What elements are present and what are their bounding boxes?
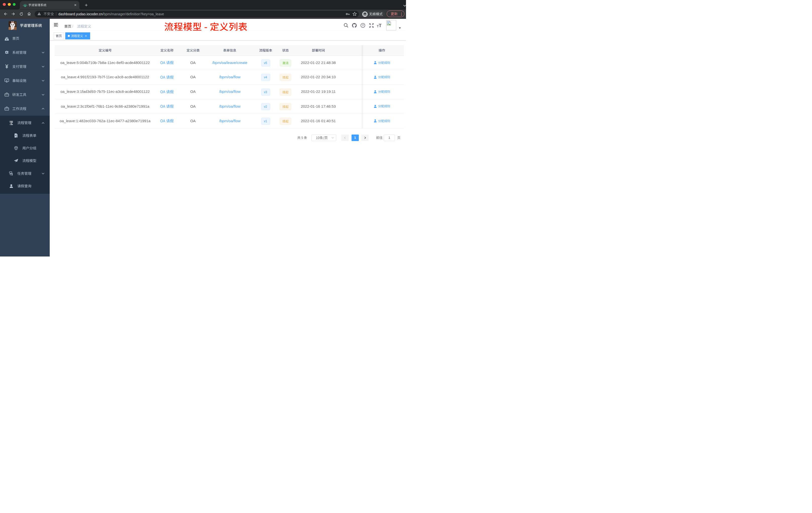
- svg-text:?: ?: [362, 24, 364, 27]
